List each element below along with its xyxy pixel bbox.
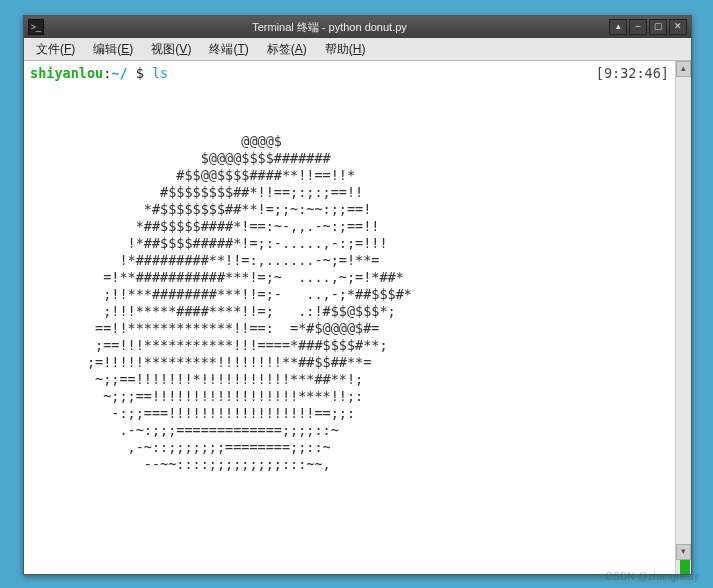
shade-button[interactable]: ▴ <box>609 19 627 35</box>
scroll-up-arrow[interactable]: ▴ <box>676 61 691 77</box>
terminal-area: shiyanlou:~/ $ ls[9:32:46] @@@@$ $@@@@$$… <box>24 61 691 574</box>
maximize-button[interactable]: ▢ <box>649 19 667 35</box>
menu-edit[interactable]: 编辑(E) <box>85 39 141 60</box>
menu-view[interactable]: 视图(V) <box>143 39 199 60</box>
prompt-timestamp: [9:32:46] <box>596 65 669 82</box>
prompt-command: ls <box>152 65 168 81</box>
prompt-path: ~/ <box>111 65 127 81</box>
terminal-window: >_ Terminal 终端 - python donut.py ▴ – ▢ ✕… <box>23 15 692 575</box>
terminal-app-icon: >_ <box>28 19 44 35</box>
close-button[interactable]: ✕ <box>669 19 687 35</box>
menu-help[interactable]: 帮助(H) <box>317 39 374 60</box>
menubar: 文件(F) 编辑(E) 视图(V) 终端(T) 标签(A) 帮助(H) <box>24 38 691 61</box>
scrollbar[interactable]: ▴ ▾ <box>675 61 691 574</box>
menu-terminal[interactable]: 终端(T) <box>201 39 256 60</box>
menu-file[interactable]: 文件(F) <box>28 39 83 60</box>
prompt-user: shiyanlou <box>30 65 103 81</box>
prompt-sigil: $ <box>128 65 152 81</box>
menu-tabs[interactable]: 标签(A) <box>259 39 315 60</box>
titlebar[interactable]: >_ Terminal 终端 - python donut.py ▴ – ▢ ✕ <box>24 16 691 38</box>
window-title: Terminal 终端 - python donut.py <box>50 20 609 35</box>
minimize-button[interactable]: – <box>629 19 647 35</box>
ascii-art: @@@@$ $@@@@$$$$####### #$$@@$$$$####**!!… <box>30 82 669 473</box>
scroll-down-arrow[interactable]: ▾ <box>676 544 691 560</box>
window-controls: ▴ – ▢ ✕ <box>609 19 687 35</box>
terminal-output[interactable]: shiyanlou:~/ $ ls[9:32:46] @@@@$ $@@@@$$… <box>24 61 675 574</box>
watermark: CSDN @zhangrelay <box>606 571 699 582</box>
prompt-line: shiyanlou:~/ $ ls[9:32:46] <box>30 65 669 82</box>
